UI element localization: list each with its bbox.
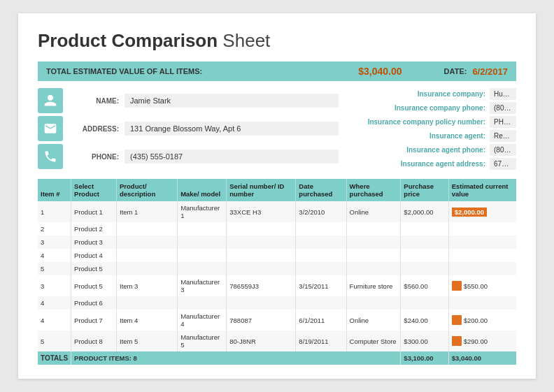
address-row: ADDRESS: 131 Orange Blossom Way, Apt 6 <box>38 116 339 141</box>
table-col-header: Where purchased <box>346 179 401 201</box>
totals-est: $3,040.00 <box>448 351 516 365</box>
table-cell <box>117 249 178 262</box>
table-col-header: Purchase price <box>401 179 448 201</box>
date-label: DATE: <box>444 67 467 75</box>
table-cell <box>227 235 296 249</box>
table-cell <box>296 222 346 235</box>
product-table: Item #Select ProductProduct/ description… <box>38 179 516 365</box>
est-value: $290.00 <box>464 337 488 345</box>
insurance-field-label: Insurance agent phone: <box>346 146 485 154</box>
insurance-field-label: Insurance company policy number: <box>346 118 485 126</box>
table-cell: 3/15/2011 <box>296 275 346 296</box>
table-cell <box>117 222 178 235</box>
totals-label: TOTALS <box>38 351 71 365</box>
table-cell: Item 3 <box>117 275 178 296</box>
table-col-header: Item # <box>38 179 71 201</box>
table-cell: Online <box>346 310 401 331</box>
table-cell <box>117 296 178 310</box>
table-cell <box>401 222 448 235</box>
table-cell: Computer Store <box>346 331 401 351</box>
est-value: $200.00 <box>464 317 488 324</box>
table-cell: 4 <box>38 310 71 331</box>
total-value: $3,040.00 <box>358 66 402 77</box>
table-cell: 3 <box>38 235 71 249</box>
estimated-value-cell: $290.00 <box>448 331 516 351</box>
insurance-field-value: Humongous Insurance <box>490 88 516 100</box>
insurance-field-value: (800) 555-0156 <box>490 144 516 156</box>
phone-value: (435) 555-0187 <box>125 150 339 164</box>
title-bold: Product Comparison <box>38 30 218 51</box>
table-cell: Furniture store <box>346 275 401 296</box>
phone-label: PHONE: <box>69 153 119 161</box>
table-col-header: Product/ description <box>117 179 178 201</box>
title-normal: Sheet <box>218 30 270 51</box>
table-cell <box>401 235 448 249</box>
phone-field: PHONE: (435) 555-0187 <box>69 150 339 164</box>
table-cell: Item 5 <box>117 331 178 351</box>
table-cell <box>178 222 227 235</box>
table-cell: Product 5 <box>71 275 117 296</box>
table-cell <box>346 262 401 275</box>
table-col-header: Make/ model <box>178 179 227 201</box>
table-row: 2Product 2 <box>38 222 516 235</box>
address-field: ADDRESS: 131 Orange Blossom Way, Apt 6 <box>69 122 339 136</box>
header-bar: TOTAL ESTIMATED VALUE OF ALL ITEMS: $3,0… <box>38 61 516 81</box>
table-col-header: Estimated current value <box>448 179 516 201</box>
insurance-field-label: Insurance agent: <box>346 132 485 140</box>
bar-indicator <box>452 281 462 291</box>
table-cell: Product 3 <box>71 235 117 249</box>
table-cell <box>227 296 296 310</box>
name-label: NAME: <box>69 97 119 105</box>
estimated-value-cell <box>448 222 516 235</box>
table-row: 4Product 6 <box>38 296 516 310</box>
date-value: 6/2/2017 <box>472 66 508 77</box>
insurance-row: Insurance company:Humongous Insurance <box>346 88 516 100</box>
table-row: 4Product 4 <box>38 249 516 262</box>
table-cell: Manufacturer 5 <box>178 331 227 351</box>
estimated-value-cell <box>448 235 516 249</box>
table-cell: 4 <box>38 249 71 262</box>
table-cell: 2 <box>38 222 71 235</box>
table-cell: Item 1 <box>117 201 178 222</box>
table-cell: 5 <box>38 331 71 351</box>
total-label: TOTAL ESTIMATED VALUE OF ALL ITEMS: <box>46 67 358 75</box>
insurance-row: Insurance agent address:6789 Palm Street… <box>346 158 516 170</box>
table-cell: 33XCE H3 <box>227 201 296 222</box>
table-cell <box>178 296 227 310</box>
table-cell: $2,000.00 <box>401 201 448 222</box>
table-cell: Product 6 <box>71 296 117 310</box>
table-cell <box>227 222 296 235</box>
phone-row: PHONE: (435) 555-0187 <box>38 144 339 169</box>
estimated-value-cell: $550.00 <box>448 275 516 296</box>
table-cell: 3/2/2010 <box>296 201 346 222</box>
table-cell: $300.00 <box>401 331 448 351</box>
table-cell: 786559J3 <box>227 275 296 296</box>
table-cell <box>296 235 346 249</box>
table-cell <box>346 249 401 262</box>
info-section: NAME: Jamie Stark ADDRESS: 131 Orange Bl… <box>38 88 516 172</box>
table-cell: Product 1 <box>71 201 117 222</box>
table-cell: Online <box>346 201 401 222</box>
table-row: 1Product 1Item 1Manufacturer 133XCE H33/… <box>38 201 516 222</box>
table-cell: 3 <box>38 275 71 296</box>
table-row: 5Product 5 <box>38 262 516 275</box>
totals-items: PRODUCT ITEMS: 8 <box>71 351 401 365</box>
table-header-row: Item #Select ProductProduct/ description… <box>38 179 516 201</box>
insurance-field-value: Rene Valdes <box>490 130 516 142</box>
table-cell <box>401 296 448 310</box>
table-cell <box>296 262 346 275</box>
table-cell <box>296 249 346 262</box>
table-cell <box>227 262 296 275</box>
estimated-value-cell: $200.00 <box>448 310 516 331</box>
insurance-row: Insurance agent phone:(800) 555-0156 <box>346 144 516 156</box>
table-cell: $240.00 <box>401 310 448 331</box>
table-cell: Manufacturer 1 <box>178 201 227 222</box>
insurance-field-value: PHO99H4 <box>490 116 516 128</box>
table-cell <box>401 262 448 275</box>
table-cell: $560.00 <box>401 275 448 296</box>
table-cell <box>178 235 227 249</box>
table-cell <box>178 249 227 262</box>
estimated-value-cell <box>448 249 516 262</box>
estimated-value-cell <box>448 262 516 275</box>
table-cell <box>401 249 448 262</box>
